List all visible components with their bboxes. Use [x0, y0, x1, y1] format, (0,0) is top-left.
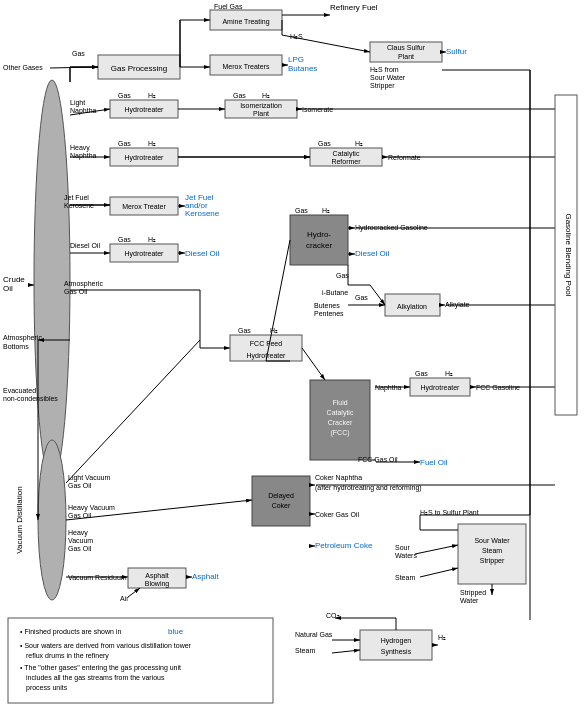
- diagram-container: Atmospheric Distillation Vacuum Distilla…: [0, 0, 584, 709]
- cat-reformer-text2: Reformer: [331, 158, 361, 165]
- atm-bottoms-label2: Bottoms: [3, 343, 29, 350]
- hydrotreater1-text: Hydrotreater: [125, 106, 165, 114]
- petro-coke-label: Petroleum Coke: [315, 541, 373, 550]
- sour-water-text1: Sour Water: [474, 537, 510, 544]
- diesel-out-label: Diesel Oil: [185, 249, 219, 258]
- gas-label-top: Gas: [72, 50, 85, 57]
- fcc-text3: Cracker: [328, 419, 353, 426]
- h2-output-label: H₂: [438, 634, 446, 641]
- naphtha-fcc: Naphtha: [375, 384, 402, 392]
- bullet3c: process units: [26, 684, 68, 692]
- crude-oil-label: Crude: [3, 275, 25, 284]
- heavy-naphtha-label2: Naphtha: [70, 152, 97, 160]
- merox-treaters-text: Merox Treaters: [222, 63, 270, 70]
- asphalt-blowing-text2: Blowing: [145, 580, 170, 588]
- h2-h3: H₂: [148, 236, 156, 243]
- atm-gas-oil-label2: Gas Oil: [64, 288, 88, 295]
- isomerization-text1: Isomerization: [240, 102, 282, 109]
- isomerization-text2: Plant: [253, 110, 269, 117]
- heavy-vac-gas-oil1: Heavy Vacuum: [68, 504, 115, 512]
- air-label: Air: [120, 595, 129, 602]
- bullet2b: reflux drums in the refinery: [26, 652, 109, 660]
- h2s-sour-label3: Stripper: [370, 82, 395, 90]
- bullet1: • Finished products are shown in: [20, 628, 121, 636]
- gas-fcc-ht: Gas: [238, 327, 251, 334]
- other-gases-label: Other Gases: [3, 64, 43, 71]
- delayed-coker-text1: Delayed: [268, 492, 294, 500]
- heavy-naphtha-label: Heavy: [70, 144, 90, 152]
- cat-reformer-text1: Catalytic: [333, 150, 360, 158]
- h2-iso: H₂: [262, 92, 270, 99]
- bullet2: • Sour waters are derived from various d…: [20, 642, 192, 649]
- delayed-coker-box: [252, 476, 310, 526]
- atm-bottoms-label1: Atmospheric: [3, 334, 42, 342]
- h2s-sour-label2: Sour Water: [370, 74, 406, 81]
- vacuum-dist-label: Vacuum Distillation: [15, 486, 24, 553]
- gas-from-hc: Gas: [336, 272, 349, 279]
- svg-line-43: [302, 348, 325, 380]
- diesel-oil-label: Diesel Oil: [70, 242, 100, 249]
- h2s-sour-label1: H₂S from: [370, 66, 399, 73]
- evac-label1: Evacuated: [3, 387, 36, 394]
- stripped-water-label2: Water: [460, 597, 479, 604]
- stripped-water-label1: Stripped: [460, 589, 486, 597]
- hydrogen-synthesis-box: [360, 630, 432, 660]
- steam-label: Steam: [395, 574, 415, 581]
- asphalt-label: Asphalt: [192, 572, 219, 581]
- delayed-coker-text2: Coker: [272, 502, 291, 509]
- light-vac-gas-oil: Light Vacuum: [68, 474, 110, 482]
- lpg-label: LPG: [288, 55, 304, 64]
- light-vac-gas-oil2: Gas Oil: [68, 482, 92, 489]
- sour-waters-label: Sour: [395, 544, 410, 551]
- fuel-oil-label: Fuel Oil: [420, 458, 448, 467]
- coker-gas-oil-label: Coker Gas Oil: [315, 511, 359, 518]
- h2-hc: H₂: [322, 207, 330, 214]
- sour-water-stripper-box: [458, 524, 526, 584]
- asphalt-blowing-text1: Asphalt: [145, 572, 168, 580]
- butanes-label: Butanes: [288, 64, 317, 73]
- kerosene-out: Kerosene: [185, 209, 220, 218]
- h2-h2: H₂: [148, 140, 156, 147]
- fcc-text4: (FCC): [330, 429, 349, 437]
- svg-line-39: [66, 340, 200, 483]
- claus-sulfur-text1: Claus Sulfur: [387, 44, 426, 51]
- coker-naphtha-label: Coker Naphtha: [315, 474, 362, 482]
- atm-gas-oil-label1: Atmospheric: [64, 280, 103, 288]
- refinery-fuel-label: Refinery Fuel: [330, 3, 378, 12]
- blue-label: blue: [168, 627, 184, 636]
- gas-h1: Gas: [118, 92, 131, 99]
- sour-water-text2: Steam: [482, 547, 502, 554]
- steam-label2: Steam: [295, 647, 315, 654]
- sour-waters-label2: Waters: [395, 552, 417, 559]
- sour-water-text3: Stripper: [480, 557, 505, 565]
- gas-cr: Gas: [318, 140, 331, 147]
- svg-line-66: [332, 650, 360, 653]
- hydrogen-text2: Synthesis: [381, 648, 412, 656]
- h2-h1: H₂: [148, 92, 156, 99]
- heavy-vac-gas-oil3: Heavy: [68, 529, 88, 537]
- gas-processing-text: Gas Processing: [111, 64, 167, 73]
- natural-gas-label: Natural Gas: [295, 631, 333, 638]
- vacuum-distillation-column: [38, 440, 66, 600]
- h2-cr: H₂: [355, 140, 363, 147]
- crude-oil-label2: Oil: [3, 284, 13, 293]
- hydrocracker-box: [290, 215, 348, 265]
- amine-treating-text: Amine Treating: [222, 18, 269, 26]
- light-naphtha-label2: Naphtha: [70, 107, 97, 115]
- butenes-label: Butenes: [314, 302, 340, 309]
- heavy-vac-gas-oil5: Gas Oil: [68, 545, 92, 552]
- evac-label2: non-condensibles: [3, 395, 58, 402]
- alkylation-text: Alkylation: [397, 303, 427, 311]
- fuel-gas-label: Fuel Gas: [214, 3, 243, 10]
- gas-h3: Gas: [118, 236, 131, 243]
- merox-treater-text: Merox Treater: [122, 203, 166, 210]
- jet-fuel-label: Jet Fuel: [64, 194, 89, 201]
- gas-h4: Gas: [415, 370, 428, 377]
- hydrotreater2-text: Hydrotreater: [125, 154, 165, 162]
- hydrocracker-text1: Hydro-: [307, 230, 331, 239]
- i-butane-label: i-Butane: [322, 289, 348, 296]
- pentenes-label: Pentenes: [314, 310, 344, 317]
- fcc-feed-ht-text1: FCC Feed: [250, 340, 282, 347]
- bullet3: • The "other gases" entering the gas pro…: [20, 664, 181, 672]
- bullet3b: includes all the gas streams from the va…: [26, 674, 165, 682]
